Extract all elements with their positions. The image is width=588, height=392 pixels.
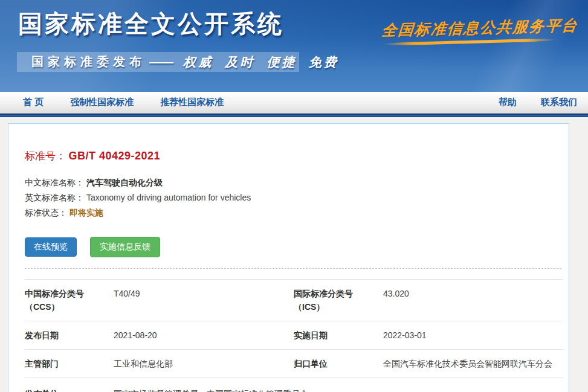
nav-item-mandatory-standards[interactable]: 强制性国家标准 bbox=[70, 97, 134, 108]
standard-number-label: 标准号： bbox=[25, 150, 66, 162]
publisher-bar: 国家标准委发布 —— 权威 及时 便捷 免费 bbox=[17, 52, 299, 72]
publisher-text: 国家标准委发布 bbox=[31, 54, 146, 70]
en-name-label: 英文标准名称： bbox=[25, 193, 84, 202]
cn-name-value: 汽车驾驶自动化分级 bbox=[86, 178, 163, 187]
nav-item-help[interactable]: 帮助 bbox=[499, 97, 517, 108]
implement-date-label: 实施日期 bbox=[294, 329, 383, 342]
standard-number-line: 标准号： GB/T 40429-2021 bbox=[25, 149, 561, 163]
table-row-publisher: 发布单位 国家市场监督管理总局、中国国家标准化管理委员会 bbox=[25, 378, 563, 392]
standard-info-table: 中国标准分类号（CCS） T40/49 国际标准分类号（ICS） 43.020 … bbox=[25, 279, 563, 392]
dashed-divider bbox=[25, 268, 561, 269]
nav-item-home[interactable]: 首 页 bbox=[23, 97, 44, 108]
ics-label: 国际标准分类号（ICS） bbox=[294, 287, 383, 313]
platform-brand: 全国标准信息公共服务平台 bbox=[382, 18, 557, 43]
publish-date-value: 2021-08-20 bbox=[114, 329, 294, 342]
status-label: 标准状态： bbox=[25, 208, 67, 217]
online-preview-button[interactable]: 在线预览 bbox=[25, 237, 77, 257]
competent-dept-value: 工业和信息化部 bbox=[114, 357, 294, 370]
platform-brand-text: 全国标准信息公共服务平台 bbox=[381, 16, 558, 40]
table-row-dates: 发布日期 2021-08-20 实施日期 2022-03-01 bbox=[25, 321, 563, 350]
header-banner: 国家标准全文公开系统 全国标准信息公共服务平台 国家标准委发布 —— 权威 及时… bbox=[0, 0, 588, 92]
implement-date-value: 2022-03-01 bbox=[383, 329, 563, 342]
nav-left-group: 首 页 强制性国家标准 推荐性国家标准 bbox=[23, 97, 250, 108]
publish-unit-label: 发布单位 bbox=[25, 387, 114, 392]
slogan-text: 权威 及时 便捷 免费 bbox=[183, 54, 339, 71]
status-badge: 即将实施 bbox=[69, 208, 103, 217]
table-row-departments: 主管部门 工业和信息化部 归口单位 全国汽车标准化技术委员会智能网联汽车分会 bbox=[25, 350, 563, 378]
cn-name-line: 中文标准名称： 汽车驾驶自动化分级 bbox=[25, 175, 561, 190]
centralized-unit-label: 归口单位 bbox=[294, 357, 383, 370]
nav-bottom-border bbox=[0, 113, 588, 117]
en-name-line: 英文标准名称： Taxonomy of driving automation f… bbox=[25, 190, 561, 205]
standard-detail-card: 标准号： GB/T 40429-2021 中文标准名称： 汽车驾驶自动化分级 英… bbox=[8, 123, 569, 392]
status-line: 标准状态： 即将实施 bbox=[25, 205, 561, 220]
competent-dept-label: 主管部门 bbox=[25, 357, 114, 370]
nav-item-contact-us[interactable]: 联系我们 bbox=[541, 97, 577, 108]
action-buttons-row: 在线预览 实施信息反馈 bbox=[25, 237, 561, 257]
site-title: 国家标准全文公开系统 bbox=[18, 7, 284, 40]
table-row-classification: 中国标准分类号（CCS） T40/49 国际标准分类号（ICS） 43.020 bbox=[25, 280, 563, 321]
ccs-label: 中国标准分类号（CCS） bbox=[25, 287, 114, 313]
nav-right-group: 帮助 联系我们 bbox=[474, 97, 577, 108]
centralized-unit-value: 全国汽车标准化技术委员会智能网联汽车分会 bbox=[383, 357, 563, 370]
dash-separator: —— bbox=[149, 55, 173, 69]
main-navigation: 首 页 强制性国家标准 推荐性国家标准 帮助 联系我们 bbox=[0, 92, 588, 113]
implementation-feedback-button[interactable]: 实施信息反馈 bbox=[90, 237, 160, 257]
nav-item-recommended-standards[interactable]: 推荐性国家标准 bbox=[160, 97, 224, 108]
en-name-value: Taxonomy of driving automation for vehic… bbox=[86, 193, 251, 202]
publish-unit-value: 国家市场监督管理总局、中国国家标准化管理委员会 bbox=[114, 387, 563, 392]
standard-fields: 中文标准名称： 汽车驾驶自动化分级 英文标准名称： Taxonomy of dr… bbox=[25, 175, 561, 220]
ccs-value: T40/49 bbox=[114, 287, 294, 313]
cn-name-label: 中文标准名称： bbox=[25, 178, 84, 187]
ics-value: 43.020 bbox=[383, 287, 563, 313]
publish-date-label: 发布日期 bbox=[25, 329, 114, 342]
page-background: 标准号： GB/T 40429-2021 中文标准名称： 汽车驾驶自动化分级 英… bbox=[0, 117, 588, 392]
standard-number-value: GB/T 40429-2021 bbox=[68, 150, 160, 162]
